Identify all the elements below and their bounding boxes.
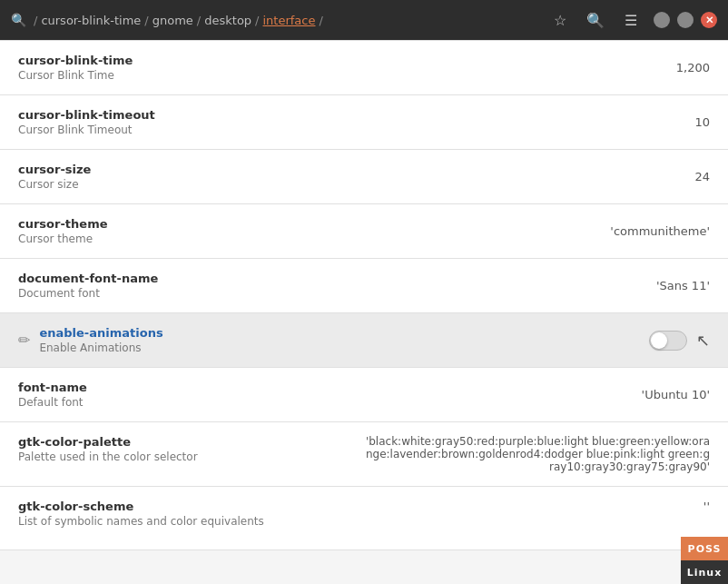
window-controls: − □ ✕ [654,12,717,28]
item-description: Palette used in the color selector [18,450,198,463]
titlebar: 🔍 / cursor-blink-time / gnome / desktop … [0,0,728,40]
item-text: cursor-size Cursor size [18,163,91,191]
minimize-button[interactable]: − [654,12,670,28]
item-key: cursor-blink-timeout [18,108,155,122]
item-text: gtk-color-scheme List of symbolic names … [18,500,264,528]
list-item[interactable]: cursor-blink-time Cursor Blink Time 1,20… [0,40,728,95]
breadcrumb-path: 🔍 / cursor-blink-time / gnome / desktop … [11,13,543,27]
item-left: document-font-name Document font [18,272,656,300]
list-item[interactable]: cursor-size Cursor size 24 [0,150,728,204]
item-key: enable-animations [39,326,162,340]
item-key: font-name [18,381,87,394]
item-key: cursor-size [18,163,91,176]
path-separator-2: / [197,14,201,27]
list-item[interactable]: document-font-name Document font 'Sans 1… [0,259,728,313]
breadcrumb-desktop[interactable]: desktop [204,14,251,27]
item-value: 'black:white:gray50:red:purple:blue:ligh… [365,435,710,473]
list-item[interactable]: gtk-color-palette Palette used in the co… [0,422,728,487]
search-icon[interactable]: 🔍 [11,13,26,27]
list-item[interactable]: cursor-blink-timeout Cursor Blink Timeou… [0,95,728,150]
item-description: List of symbolic names and color equival… [18,515,264,528]
path-separator-3: / [255,14,259,27]
path-separator-4: / [319,14,322,27]
maximize-button[interactable]: □ [677,12,694,28]
breadcrumb-gnome[interactable]: gnome [152,14,193,27]
edit-icon: ✏ [18,332,30,349]
watermark-logo: POSS Linux [681,537,728,584]
item-description: Default font [18,396,87,409]
item-key: gtk-color-scheme [18,500,264,513]
item-description: Cursor theme [18,233,108,245]
item-text: document-font-name Document font [18,272,158,300]
cursor-pointer-icon: ↖ [696,331,710,350]
settings-list: cursor-blink-time Cursor Blink Time 1,20… [0,40,728,550]
close-button[interactable]: ✕ [701,12,717,28]
item-left: cursor-theme Cursor theme [18,217,610,245]
item-description: Document font [18,287,158,300]
menu-button[interactable]: ☰ [621,10,641,31]
item-value: 1,200 [676,61,710,74]
item-value: 'Sans 11' [656,279,710,292]
item-text: cursor-blink-time Cursor Blink Time [18,54,133,82]
breadcrumb-org[interactable]: cursor-blink-time [41,14,141,27]
item-text: gtk-color-palette Palette used in the co… [18,435,198,463]
item-key: gtk-color-palette [18,435,198,449]
item-text: enable-animations Enable Animations [39,326,162,354]
toggle-knob [651,332,667,349]
star-button[interactable]: ☆ [550,10,570,31]
watermark-bottom: Linux [681,560,728,584]
list-item[interactable]: gtk-color-scheme List of symbolic names … [0,487,728,550]
item-description: Cursor Blink Timeout [18,124,155,136]
item-description: Cursor Blink Time [18,69,133,82]
item-value: '' [703,500,710,513]
item-value: 'Ubuntu 10' [642,388,710,401]
item-left: cursor-size Cursor size [18,163,694,191]
list-item[interactable]: cursor-theme Cursor theme 'communitheme' [0,204,728,259]
item-value: 'communitheme' [610,224,710,238]
item-left: gtk-color-palette Palette used in the co… [18,435,365,463]
item-text: font-name Default font [18,381,87,409]
item-description: Cursor size [18,178,91,191]
item-key: document-font-name [18,272,158,285]
path-separator-0: / [34,14,37,27]
item-left: ✏ enable-animations Enable Animations [18,326,649,354]
toggle-switch[interactable] [649,331,687,351]
item-value: 24 [694,170,710,183]
item-description: Enable Animations [39,341,162,354]
list-item[interactable]: ✏ enable-animations Enable Animations ↖ [0,313,728,368]
item-left: gtk-color-scheme List of symbolic names … [18,500,703,528]
list-item[interactable]: font-name Default font 'Ubuntu 10' [0,368,728,422]
search-button[interactable]: 🔍 [583,10,608,31]
watermark-top: POSS [681,537,728,560]
path-separator-1: / [144,14,148,27]
item-value: 10 [694,115,710,129]
titlebar-actions: ☆ 🔍 ☰ [550,10,641,31]
item-key: cursor-blink-time [18,54,133,67]
item-left: cursor-blink-time Cursor Blink Time [18,54,676,82]
item-left: font-name Default font [18,381,642,409]
breadcrumb-interface[interactable]: interface [263,14,316,27]
content-area: cursor-blink-time Cursor Blink Time 1,20… [0,40,728,584]
item-left: cursor-blink-timeout Cursor Blink Timeou… [18,108,694,136]
item-key: cursor-theme [18,217,108,231]
item-text: cursor-blink-timeout Cursor Blink Timeou… [18,108,155,136]
item-text: cursor-theme Cursor theme [18,217,108,245]
